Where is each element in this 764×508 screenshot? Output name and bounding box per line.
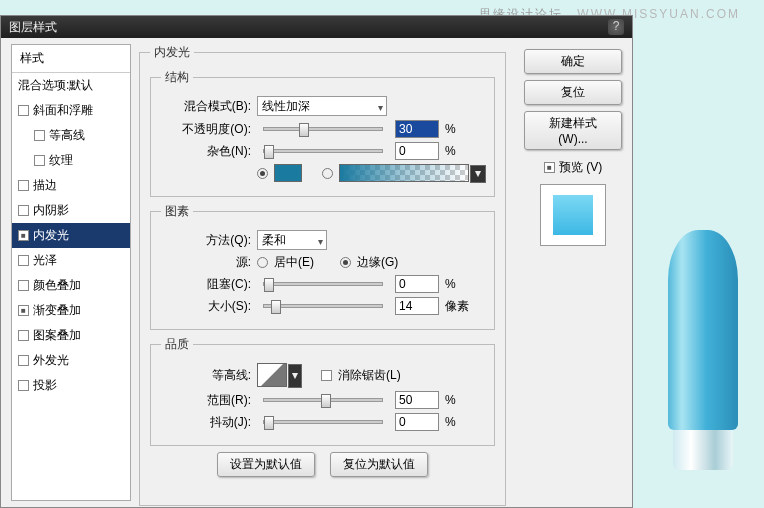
preview-label: 预览 (V) <box>559 159 602 176</box>
styles-sidebar: 样式 混合选项:默认 斜面和浮雕等高线纹理描边内阴影内发光光泽颜色叠加渐变叠加图… <box>11 44 131 501</box>
preview-thumbnail <box>540 184 606 246</box>
style-checkbox[interactable] <box>18 355 29 366</box>
sidebar-item[interactable]: 颜色叠加 <box>12 273 130 298</box>
style-checkbox[interactable] <box>18 330 29 341</box>
antialias-checkbox[interactable] <box>321 370 332 381</box>
style-checkbox[interactable] <box>18 280 29 291</box>
contour-picker[interactable]: ▾ <box>257 363 287 387</box>
sidebar-item[interactable]: 图案叠加 <box>12 323 130 348</box>
range-slider[interactable] <box>263 398 383 402</box>
sidebar-blend-options[interactable]: 混合选项:默认 <box>12 73 130 98</box>
jitter-label: 抖动(J): <box>161 414 251 431</box>
sidebar-item[interactable]: 渐变叠加 <box>12 298 130 323</box>
sidebar-item-label: 渐变叠加 <box>33 302 81 319</box>
sidebar-header[interactable]: 样式 <box>12 45 130 73</box>
choke-input[interactable]: 0 <box>395 275 439 293</box>
sidebar-item[interactable]: 外发光 <box>12 348 130 373</box>
style-checkbox[interactable] <box>18 305 29 316</box>
contour-label: 等高线: <box>161 367 251 384</box>
sidebar-item-label: 斜面和浮雕 <box>33 102 93 119</box>
opacity-input[interactable]: 30 <box>395 120 439 138</box>
style-checkbox[interactable] <box>34 130 45 141</box>
sidebar-item-label: 颜色叠加 <box>33 277 81 294</box>
make-default-button[interactable]: 设置为默认值 <box>217 452 315 477</box>
ok-button[interactable]: 确定 <box>524 49 622 74</box>
choke-slider[interactable] <box>263 282 383 286</box>
gradient-radio[interactable] <box>322 168 333 179</box>
color-swatch[interactable] <box>274 164 302 182</box>
sidebar-item[interactable]: 内阴影 <box>12 198 130 223</box>
size-input[interactable]: 14 <box>395 297 439 315</box>
quality-group: 品质 等高线: ▾ 消除锯齿(L) 范围(R): 50 % <box>150 336 495 446</box>
source-label: 源: <box>161 254 251 271</box>
cancel-button[interactable]: 复位 <box>524 80 622 105</box>
noise-label: 杂色(N): <box>161 143 251 160</box>
new-style-button[interactable]: 新建样式(W)... <box>524 111 622 150</box>
source-center-radio[interactable] <box>257 257 268 268</box>
jitter-slider[interactable] <box>263 420 383 424</box>
panel-title: 内发光 <box>150 44 194 61</box>
opacity-label: 不透明度(O): <box>161 121 251 138</box>
sidebar-item-label: 纹理 <box>49 152 73 169</box>
sidebar-item-label: 图案叠加 <box>33 327 81 344</box>
style-checkbox[interactable] <box>18 230 29 241</box>
sidebar-item-label: 外发光 <box>33 352 69 369</box>
gradient-swatch[interactable]: ▾ <box>339 164 469 182</box>
sidebar-item[interactable]: 投影 <box>12 373 130 398</box>
sidebar-item[interactable]: 纹理 <box>12 148 130 173</box>
sidebar-item[interactable]: 描边 <box>12 173 130 198</box>
noise-input[interactable]: 0 <box>395 142 439 160</box>
sidebar-item-label: 等高线 <box>49 127 85 144</box>
sidebar-item[interactable]: 斜面和浮雕 <box>12 98 130 123</box>
sidebar-item-label: 投影 <box>33 377 57 394</box>
sidebar-item-label: 光泽 <box>33 252 57 269</box>
preview-checkbox[interactable] <box>544 162 555 173</box>
color-radio[interactable] <box>257 168 268 179</box>
choke-label: 阻塞(C): <box>161 276 251 293</box>
titlebar[interactable]: 图层样式 ? <box>1 16 632 38</box>
jitter-input[interactable]: 0 <box>395 413 439 431</box>
style-checkbox[interactable] <box>18 180 29 191</box>
structure-group: 结构 混合模式(B): 线性加深 不透明度(O): 30 % 杂色(N): <box>150 69 495 197</box>
opacity-slider[interactable] <box>263 127 383 131</box>
sidebar-item[interactable]: 等高线 <box>12 123 130 148</box>
help-icon[interactable]: ? <box>608 19 624 35</box>
method-label: 方法(Q): <box>161 232 251 249</box>
chevron-down-icon[interactable]: ▾ <box>470 165 486 183</box>
right-column: 确定 复位 新建样式(W)... 预览 (V) <box>514 38 632 507</box>
reset-default-button[interactable]: 复位为默认值 <box>330 452 428 477</box>
chevron-down-icon[interactable]: ▾ <box>288 364 302 388</box>
style-checkbox[interactable] <box>18 255 29 266</box>
noise-slider[interactable] <box>263 149 383 153</box>
range-input[interactable]: 50 <box>395 391 439 409</box>
sidebar-item[interactable]: 内发光 <box>12 223 130 248</box>
style-checkbox[interactable] <box>34 155 45 166</box>
style-checkbox[interactable] <box>18 380 29 391</box>
range-label: 范围(R): <box>161 392 251 409</box>
source-edge-radio[interactable] <box>340 257 351 268</box>
size-slider[interactable] <box>263 304 383 308</box>
elements-group: 图素 方法(Q): 柔和 源: 居中(E) 边缘(G) 阻塞(C): <box>150 203 495 330</box>
size-label: 大小(S): <box>161 298 251 315</box>
method-select[interactable]: 柔和 <box>257 230 327 250</box>
main-panel: 内发光 结构 混合模式(B): 线性加深 不透明度(O): 30 % 杂色(N) <box>131 38 514 507</box>
sidebar-item-label: 内阴影 <box>33 202 69 219</box>
sidebar-item[interactable]: 光泽 <box>12 248 130 273</box>
style-checkbox[interactable] <box>18 105 29 116</box>
dialog-title: 图层样式 <box>9 19 57 36</box>
style-checkbox[interactable] <box>18 205 29 216</box>
sidebar-item-label: 内发光 <box>33 227 69 244</box>
sidebar-item-label: 描边 <box>33 177 57 194</box>
blend-mode-label: 混合模式(B): <box>161 98 251 115</box>
blend-mode-select[interactable]: 线性加深 <box>257 96 387 116</box>
layer-style-dialog: 图层样式 ? 样式 混合选项:默认 斜面和浮雕等高线纹理描边内阴影内发光光泽颜色… <box>0 15 633 508</box>
tube-graphic <box>668 230 738 470</box>
